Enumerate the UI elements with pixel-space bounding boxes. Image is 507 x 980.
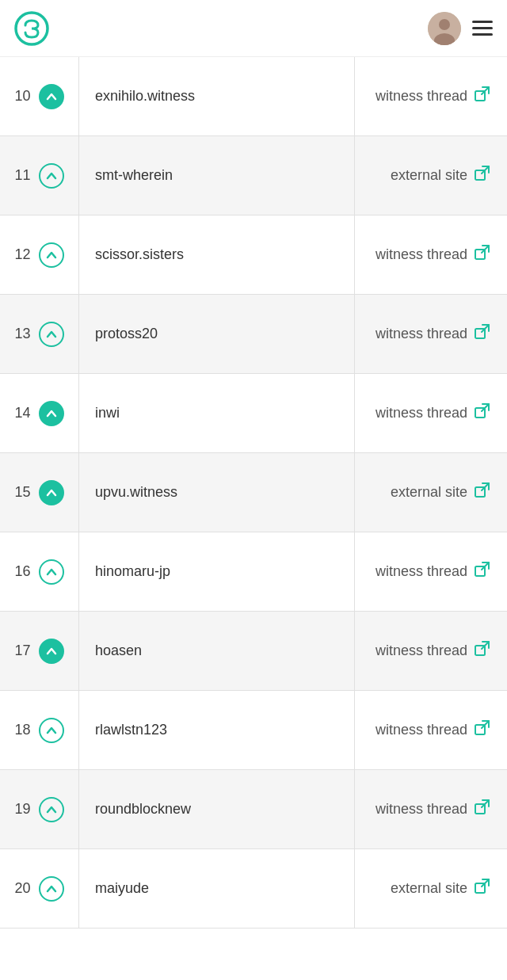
rank-number: 19 — [14, 801, 30, 818]
witness-name: inwi — [79, 374, 355, 452]
hamburger-menu-button[interactable] — [472, 21, 493, 36]
external-link-icon — [474, 85, 491, 108]
avatar[interactable] — [428, 12, 461, 45]
rank-cell: 10 — [0, 57, 79, 135]
witness-link[interactable]: witness thread — [375, 243, 491, 266]
external-link-icon — [474, 798, 491, 821]
table-row: 13 protoss20 witness thread — [0, 295, 507, 374]
app-header — [0, 0, 507, 57]
rank-number: 15 — [14, 484, 30, 501]
rank-number: 18 — [14, 722, 30, 738]
witness-link-cell[interactable]: witness thread — [355, 295, 507, 373]
witness-link-cell[interactable]: external site — [355, 136, 507, 215]
witness-link-cell[interactable]: external site — [355, 453, 507, 532]
witness-link-cell[interactable]: witness thread — [355, 215, 507, 294]
external-link-icon — [474, 164, 491, 187]
vote-button[interactable] — [39, 322, 64, 347]
external-link-icon — [474, 560, 491, 583]
witness-name: protoss20 — [79, 295, 355, 373]
logo-area — [14, 11, 57, 46]
table-row: 17 hoasen witness thread — [0, 612, 507, 691]
rank-number: 16 — [14, 563, 30, 580]
rank-number: 17 — [14, 643, 30, 659]
rank-number: 20 — [14, 880, 30, 897]
rank-number: 14 — [14, 405, 30, 421]
rank-cell: 15 — [0, 453, 79, 532]
witness-name: roundblocknew — [79, 770, 355, 848]
rank-cell: 20 — [0, 849, 79, 928]
chevron-up-icon — [45, 883, 58, 895]
witness-name: hinomaru-jp — [79, 532, 355, 611]
table-row: 18 rlawlstn123 witness thread — [0, 691, 507, 770]
witness-link[interactable]: witness thread — [375, 402, 491, 425]
vote-button[interactable] — [39, 639, 64, 664]
witness-link[interactable]: witness thread — [375, 85, 491, 108]
witness-link-cell[interactable]: witness thread — [355, 691, 507, 769]
witness-link-cell[interactable]: witness thread — [355, 770, 507, 848]
witness-link[interactable]: witness thread — [375, 322, 491, 345]
vote-button[interactable] — [39, 480, 64, 505]
witness-link[interactable]: witness thread — [375, 798, 491, 821]
rank-number: 12 — [14, 246, 30, 263]
rank-cell: 13 — [0, 295, 79, 373]
chevron-up-icon — [45, 566, 58, 578]
chevron-up-icon — [45, 645, 58, 658]
vote-button[interactable] — [39, 163, 64, 189]
external-link-icon — [474, 481, 491, 504]
vote-button[interactable] — [39, 84, 64, 109]
witness-name: smt-wherein — [79, 136, 355, 215]
vote-button[interactable] — [39, 242, 64, 268]
external-link-icon — [474, 719, 491, 742]
witness-link-cell[interactable]: witness thread — [355, 612, 507, 690]
witness-name: scissor.sisters — [79, 215, 355, 294]
vote-button[interactable] — [39, 876, 64, 902]
witness-name: upvu.witness — [79, 453, 355, 532]
chevron-up-icon — [45, 803, 58, 816]
witness-link[interactable]: external site — [391, 877, 491, 900]
vote-button[interactable] — [39, 401, 64, 426]
witness-link[interactable]: witness thread — [375, 719, 491, 742]
header-right — [428, 12, 493, 45]
chevron-up-icon — [45, 486, 58, 499]
rank-number: 13 — [14, 326, 30, 342]
witness-link[interactable]: witness thread — [375, 560, 491, 583]
steemit-logo-icon — [14, 11, 49, 46]
chevron-up-icon — [45, 407, 58, 420]
svg-point-2 — [439, 19, 450, 30]
table-row: 14 inwi witness thread — [0, 374, 507, 453]
table-row: 15 upvu.witness external site — [0, 453, 507, 532]
table-row: 11 smt-wherein external site — [0, 136, 507, 215]
rank-cell: 14 — [0, 374, 79, 452]
witness-name: maiyude — [79, 849, 355, 928]
rank-cell: 18 — [0, 691, 79, 769]
chevron-up-icon — [45, 328, 58, 341]
rank-cell: 11 — [0, 136, 79, 215]
vote-button[interactable] — [39, 559, 64, 585]
table-row: 19 roundblocknew witness thread — [0, 770, 507, 849]
witness-link[interactable]: external site — [391, 481, 491, 504]
rank-cell: 19 — [0, 770, 79, 848]
chevron-up-icon — [45, 249, 58, 261]
rank-number: 10 — [14, 88, 30, 105]
rank-cell: 12 — [0, 215, 79, 294]
external-link-icon — [474, 639, 491, 662]
vote-button[interactable] — [39, 797, 64, 822]
witness-link-cell[interactable]: witness thread — [355, 374, 507, 452]
witness-link-cell[interactable]: witness thread — [355, 532, 507, 611]
table-row: 10 exnihilo.witness witness thread — [0, 57, 507, 136]
rank-cell: 16 — [0, 532, 79, 611]
witness-link[interactable]: witness thread — [375, 639, 491, 662]
external-link-icon — [474, 877, 491, 900]
table-row: 20 maiyude external site — [0, 849, 507, 929]
witness-list: 10 exnihilo.witness witness thread — [0, 57, 507, 929]
witness-link-cell[interactable]: external site — [355, 849, 507, 928]
vote-button[interactable] — [39, 718, 64, 743]
table-row: 16 hinomaru-jp witness thread — [0, 532, 507, 612]
table-row: 12 scissor.sisters witness thread — [0, 215, 507, 295]
external-link-icon — [474, 243, 491, 266]
chevron-up-icon — [45, 90, 58, 103]
witness-link-cell[interactable]: witness thread — [355, 57, 507, 135]
witness-name: hoasen — [79, 612, 355, 690]
witness-link[interactable]: external site — [391, 164, 491, 187]
external-link-icon — [474, 402, 491, 425]
